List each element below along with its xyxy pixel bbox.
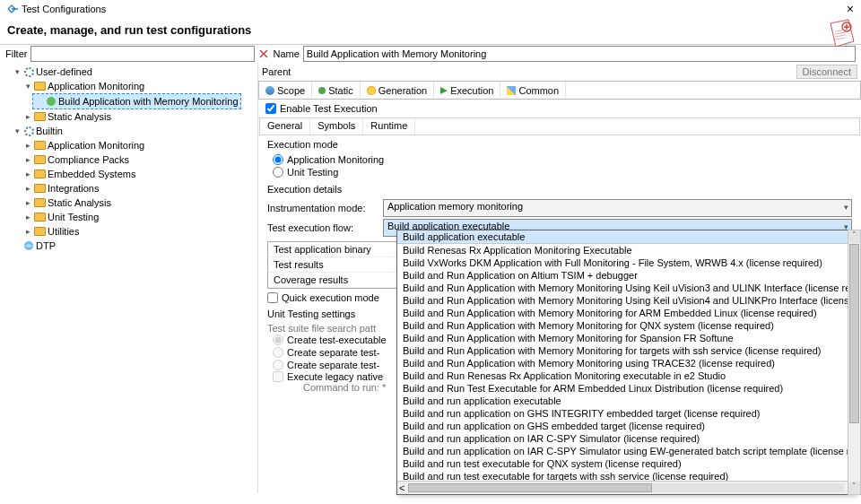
dropdown-item[interactable]: Build and run test executable for target… xyxy=(397,470,855,481)
dropdown-item[interactable]: Build and run test executable for QNX sy… xyxy=(397,457,855,470)
test-exec-flow-dropdown[interactable]: Build application executableBuild Renesa… xyxy=(396,230,856,495)
configuration-tree[interactable]: ▾User-defined ▾Application Monitoring ·B… xyxy=(0,63,258,493)
dropdown-item[interactable]: Build and Run Application with Memory Mo… xyxy=(397,357,855,369)
dropdown-item[interactable]: Build and Run Test Executable for ARM Em… xyxy=(397,382,855,395)
tree-static-analysis-user[interactable]: ▸Static Analysis xyxy=(22,109,257,124)
dropdown-item[interactable]: Build and Run Application with Memory Mo… xyxy=(397,282,855,294)
dropdown-item[interactable]: Build and Run Application on Altium TSIM… xyxy=(397,269,855,282)
horizontal-scrollbar[interactable]: < > xyxy=(397,481,855,494)
parent-row: Parent Disconnect xyxy=(258,63,861,81)
instr-mode-label: Instrumentation mode: xyxy=(267,203,379,213)
dropdown-item[interactable]: Build and run application on IAR C-SPY S… xyxy=(397,445,855,457)
dropdown-item[interactable]: Build and Run Application with Memory Mo… xyxy=(397,319,855,332)
expand-icon[interactable]: ▾ xyxy=(13,124,22,138)
config-icon xyxy=(23,126,34,136)
expand-icon[interactable]: ▸ xyxy=(23,224,32,239)
exec-mode-label: Execution mode xyxy=(267,139,852,153)
dropdown-item[interactable]: Build VxWorks DKM Application with Full … xyxy=(397,256,855,269)
subtab-general[interactable]: General xyxy=(260,118,310,135)
folder-icon xyxy=(34,184,46,193)
scrollbar-thumb[interactable] xyxy=(408,483,652,492)
sub-tabs: General Symbols Runtime xyxy=(259,117,860,135)
dtp-icon xyxy=(23,240,34,251)
tab-common[interactable]: Common xyxy=(500,82,566,99)
vertical-scrollbar[interactable]: ˄ ˅ xyxy=(848,230,861,495)
flow-label: Test execution flow: xyxy=(267,222,379,233)
instr-mode-combo[interactable]: Application memory monitoring▾ xyxy=(383,199,852,217)
tab-execution[interactable]: Execution xyxy=(434,82,500,99)
expand-icon[interactable]: ▸ xyxy=(23,210,32,224)
expand-icon[interactable]: ▸ xyxy=(23,167,32,181)
exec-details-label: Execution details xyxy=(267,184,852,198)
dropdown-item[interactable]: Build and Run Application with Memory Mo… xyxy=(397,307,855,319)
tab-generation[interactable]: Generation xyxy=(361,82,434,99)
clear-filter-icon[interactable] xyxy=(258,48,269,59)
dropdown-selected[interactable]: Build application executable xyxy=(397,230,855,244)
tree-app-monitoring[interactable]: ▾Application Monitoring xyxy=(22,79,257,93)
dropdown-item[interactable]: Build Renesas Rx Application Monitoring … xyxy=(397,244,855,256)
static-icon xyxy=(318,87,326,94)
dropdown-item[interactable]: Build and run application executable xyxy=(397,395,855,407)
folder-icon xyxy=(34,141,46,150)
chevron-down-icon: ▾ xyxy=(844,203,848,212)
tree-builtin-compliance[interactable]: ▸Compliance Packs xyxy=(22,152,257,167)
expand-icon[interactable]: ▸ xyxy=(23,138,32,152)
tab-scope[interactable]: Scope xyxy=(259,82,312,99)
filter-input[interactable] xyxy=(30,46,255,62)
subtab-runtime[interactable]: Runtime xyxy=(363,118,415,135)
scroll-down-icon[interactable]: ˅ xyxy=(848,482,860,494)
scroll-up-icon[interactable]: ˄ xyxy=(848,230,860,243)
dropdown-item[interactable]: Build and Run Application with Memory Mo… xyxy=(397,332,855,344)
header: Create, manage, and run test configurati… xyxy=(0,18,861,45)
folder-icon xyxy=(34,82,46,91)
expand-icon[interactable]: ▾ xyxy=(13,65,22,79)
tree-builtin-util[interactable]: ▸Utilities xyxy=(22,224,257,239)
folder-icon xyxy=(34,112,46,121)
filter-label: Filter xyxy=(5,48,27,59)
common-icon xyxy=(507,86,516,95)
tree-builtin-appmon[interactable]: ▸Application Monitoring xyxy=(22,138,257,152)
tree-user-defined[interactable]: ▾User-defined xyxy=(11,65,257,79)
folder-icon xyxy=(34,227,46,236)
expand-icon[interactable]: ▸ xyxy=(23,181,32,196)
expand-icon[interactable]: ▸ xyxy=(23,196,32,210)
tree-builtin-integrations[interactable]: ▸Integrations xyxy=(22,181,257,196)
tree-builtin-unit[interactable]: ▸Unit Testing xyxy=(22,210,257,224)
enable-test-exec-checkbox[interactable]: Enable Test Execution xyxy=(265,103,854,114)
dropdown-item[interactable]: Build and run application on GHS embedde… xyxy=(397,420,855,432)
name-label: Name xyxy=(273,48,299,59)
dropdown-item[interactable]: Build and Run Application with Memory Mo… xyxy=(397,344,855,357)
tree-builtin-embedded[interactable]: ▸Embedded Systems xyxy=(22,167,257,181)
radio-app-monitoring[interactable]: Application Monitoring xyxy=(267,153,852,166)
expand-icon[interactable]: ▾ xyxy=(23,79,32,93)
filter-row: Filter Name xyxy=(0,45,861,63)
dropdown-item[interactable]: Build and run application on IAR C-SPY S… xyxy=(397,432,855,445)
tree-dtp[interactable]: ·DTP xyxy=(11,239,257,253)
expand-icon[interactable]: ▸ xyxy=(23,109,32,124)
tree-builtin-static[interactable]: ▸Static Analysis xyxy=(22,196,257,210)
parent-label: Parent xyxy=(262,66,291,77)
subtab-symbols[interactable]: Symbols xyxy=(310,118,363,135)
dropdown-item[interactable]: Build and run application on GHS INTEGRI… xyxy=(397,407,855,420)
scroll-left-icon[interactable]: < xyxy=(399,482,404,493)
window-title: Test Configurations xyxy=(22,4,106,14)
page-title: Create, manage, and run test configurati… xyxy=(7,23,854,37)
dropdown-item[interactable]: Build and Run Application with Memory Mo… xyxy=(397,294,855,307)
execution-icon xyxy=(440,87,448,94)
app-icon xyxy=(5,3,18,15)
config-node-icon xyxy=(46,96,57,107)
doc-icon xyxy=(825,18,857,52)
generation-icon xyxy=(367,86,376,95)
tree-builtin[interactable]: ▾Builtin xyxy=(11,124,257,138)
scrollbar-thumb[interactable] xyxy=(849,244,859,423)
config-icon xyxy=(23,66,34,77)
disconnect-button[interactable]: Disconnect xyxy=(796,65,857,79)
folder-icon xyxy=(34,198,46,207)
tree-build-mem-monitoring[interactable]: ·Build Application with Memory Monitorin… xyxy=(32,93,241,109)
radio-unit-testing[interactable]: Unit Testing xyxy=(267,166,852,178)
expand-icon[interactable]: ▸ xyxy=(23,152,32,167)
close-icon[interactable]: × xyxy=(847,2,854,16)
name-input[interactable] xyxy=(303,46,856,62)
dropdown-item[interactable]: Build and Run Renesas Rx Application Mon… xyxy=(397,369,855,382)
tab-static[interactable]: Static xyxy=(312,82,361,99)
